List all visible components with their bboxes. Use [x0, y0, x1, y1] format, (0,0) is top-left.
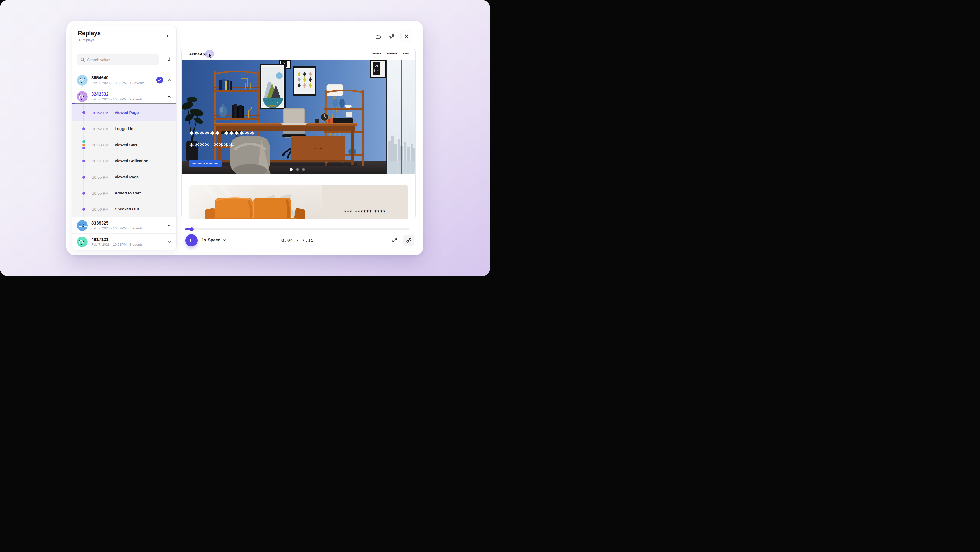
link-icon — [406, 237, 412, 243]
nav-item-masked[interactable]: ******* — [387, 53, 397, 56]
event-time: 10:55 PM — [92, 175, 108, 179]
event-row[interactable]: 10:56 PM Checked Out — [72, 201, 177, 217]
close-icon — [404, 34, 409, 38]
beige-text-panel: *** ****** **** — [322, 185, 408, 219]
session-row-active[interactable]: 3242332 Feb 7, 2023 · 10:52PM · 9 events — [72, 88, 177, 104]
playback-scrubber[interactable] — [185, 228, 409, 230]
expand-icon — [391, 237, 398, 243]
event-name: Viewed Page — [115, 175, 138, 179]
event-dot — [83, 176, 85, 179]
event-time: 10:52 PM — [92, 110, 108, 115]
event-name: Logged In — [115, 126, 134, 131]
mouse-cursor-icon — [208, 53, 214, 59]
sofa-photo — [189, 185, 322, 219]
session-row[interactable]: 4917121 Feb 7, 2023 · 10:51PM · 8 events — [72, 233, 177, 250]
speed-dropdown[interactable]: 1x Speed — [202, 238, 226, 242]
session-row[interactable]: 3654640 Feb 7, 2023 · 10:58PM · 12 event… — [72, 72, 177, 88]
sort-descending-icon — [165, 56, 172, 62]
search-input[interactable] — [87, 54, 156, 65]
collapse-panel-left-icon — [165, 33, 171, 39]
replayed-site-navbar: AcmeApp ****** ******* **** — [182, 49, 415, 60]
session-id: 3654640 — [91, 75, 152, 80]
event-row[interactable]: 10:55 PM Viewed Page — [72, 169, 177, 185]
session-icons — [167, 94, 172, 99]
session-icons — [167, 239, 172, 244]
event-dot-teal — [83, 140, 85, 143]
event-dot-orange — [83, 144, 85, 146]
hero-heading-masked-line1: ****** ****** — [189, 129, 255, 139]
event-time: 10:56 PM — [92, 207, 108, 212]
fullscreen-button[interactable] — [390, 235, 399, 245]
event-name: Checked Out — [115, 207, 139, 212]
session-row[interactable]: 8339325 Feb 7, 2023 · 10:52PM · 8 events — [72, 217, 177, 233]
event-row[interactable]: 10:53 PM Viewed Cart — [72, 137, 177, 153]
session-text: 3242332 Feb 7, 2023 · 10:52PM · 9 events — [91, 92, 163, 101]
carousel-dot[interactable] — [296, 168, 299, 171]
session-icons — [167, 223, 172, 228]
event-row-current[interactable]: 10:52 PM Viewed Page — [72, 104, 177, 121]
event-row[interactable]: 10:54 PM Viewed Collection — [72, 153, 177, 169]
thumbs-down-button[interactable] — [386, 31, 396, 41]
session-text: 4917121 Feb 7, 2023 · 10:51PM · 8 events — [91, 237, 163, 247]
carousel-dot[interactable] — [302, 168, 305, 171]
thumbs-up-button[interactable] — [373, 31, 383, 41]
replay-modal: Replays 37 replays — [66, 21, 423, 255]
copy-link-button[interactable] — [403, 235, 414, 246]
playback-time: 0:04 / 7:15 — [262, 238, 333, 243]
event-time: 10:52 PM — [92, 127, 108, 131]
thumbs-up-icon — [375, 33, 382, 40]
search-input-wrapper — [77, 54, 159, 65]
site-nav-masked: ****** ******* **** — [372, 53, 409, 56]
nav-item-masked[interactable]: **** — [403, 53, 409, 56]
event-row[interactable]: 10:52 PM Logged In — [72, 121, 177, 137]
carousel-dot-active[interactable] — [290, 168, 293, 171]
event-time: 10:54 PM — [92, 159, 108, 163]
event-row[interactable]: 10:55 PM Added to Cart — [72, 185, 177, 201]
session-meta: Feb 7, 2023 · 10:58PM · 12 events — [91, 81, 152, 85]
site-logo: AcmeApp — [189, 52, 207, 56]
thumbs-down-icon — [388, 33, 395, 40]
replay-viewport: AcmeApp ****** ******* **** — [181, 48, 416, 219]
session-avatar — [77, 91, 88, 102]
event-dot — [83, 192, 85, 195]
close-button[interactable] — [401, 30, 412, 42]
session-id-active: 3242332 — [91, 92, 163, 97]
speed-label: 1x Speed — [202, 238, 221, 242]
chevron-down-icon[interactable] — [167, 239, 172, 244]
event-dot — [83, 160, 85, 163]
replays-sidebar: Replays 37 replays — [72, 26, 177, 250]
pause-icon — [189, 238, 194, 243]
event-list: 10:52 PM Viewed Page 10:52 PM Logged In … — [72, 104, 177, 217]
session-id: 4917121 — [91, 237, 163, 242]
session-avatar — [77, 75, 88, 86]
hero-cta-button-masked[interactable]: **** ****** ********** — [189, 160, 222, 167]
sofa-photo-scene — [189, 185, 322, 219]
event-dot — [83, 208, 85, 211]
sort-button[interactable] — [164, 56, 173, 64]
chevron-up-icon[interactable] — [167, 94, 172, 99]
site-hero: ****** ****** **** **** **** ****** ****… — [182, 60, 415, 174]
session-avatar — [77, 220, 88, 231]
chevron-up-icon[interactable] — [167, 78, 172, 83]
nav-item-masked[interactable]: ****** — [372, 53, 382, 56]
time-current: 0:04 — [282, 238, 293, 243]
session-meta: Feb 7, 2023 · 10:51PM · 8 events — [91, 242, 163, 247]
event-dot — [83, 111, 85, 114]
collapse-sidebar-button[interactable] — [164, 32, 172, 40]
chevron-down-icon[interactable] — [167, 223, 172, 228]
event-dot — [83, 128, 85, 130]
event-time: 10:53 PM — [92, 143, 108, 147]
session-id: 8339325 — [91, 221, 163, 226]
carousel-dots — [290, 168, 305, 171]
event-time: 10:55 PM — [92, 191, 108, 195]
replays-count: 37 replays — [78, 38, 171, 42]
event-name: Viewed Collection — [115, 159, 148, 163]
page-title: Replays — [78, 30, 171, 37]
pause-button[interactable] — [185, 234, 197, 247]
scrubber-handle[interactable] — [190, 227, 194, 231]
search-row — [72, 46, 177, 72]
site-section-card: *** ****** **** — [189, 185, 408, 219]
session-text: 3654640 Feb 7, 2023 · 10:58PM · 12 event… — [91, 75, 152, 85]
chevron-down-icon — [223, 238, 226, 242]
session-icons — [156, 77, 172, 83]
